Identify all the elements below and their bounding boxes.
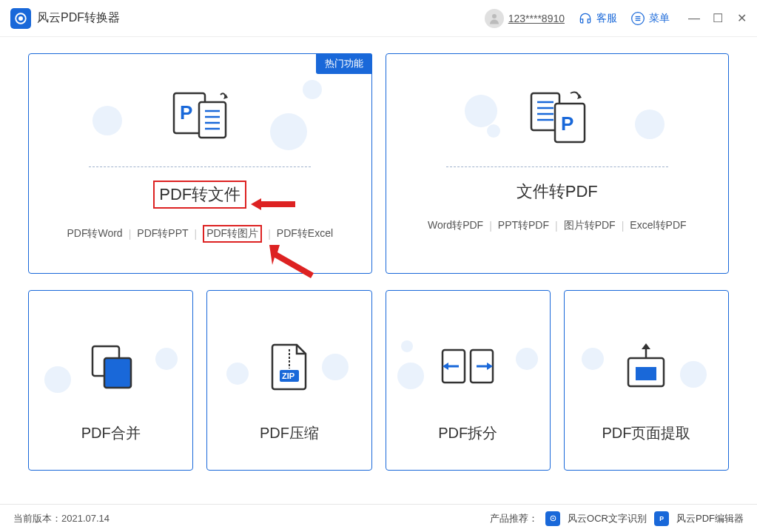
svg-text:P: P [180, 101, 192, 124]
ocr-product-icon[interactable] [545, 511, 560, 526]
menu-button[interactable]: 菜单 [630, 11, 670, 26]
user-avatar-icon[interactable] [485, 9, 504, 28]
card-pdf-merge[interactable]: PDF合并 [28, 290, 193, 471]
card-pdf-compress[interactable]: ZIP PDF压缩 [206, 290, 371, 471]
svg-text:P: P [659, 515, 664, 522]
main-content: 热门功能 P PDF转文件 PDF转Word [0, 37, 757, 496]
close-button[interactable]: ✕ [736, 13, 747, 24]
hot-badge: 热门功能 [316, 53, 372, 74]
footer: 当前版本： 2021.07.14 产品推荐： 风云OCR文字识别 P 风云PDF… [0, 504, 757, 532]
sub-options-file-to-pdf: Word转PDF | PPT转PDF | 图片转PDF | Excel转PDF [428, 219, 687, 232]
recommend-label: 产品推荐： [490, 512, 538, 525]
sub-excel-to-pdf[interactable]: Excel转PDF [630, 219, 686, 232]
menu-label: 菜单 [649, 12, 670, 25]
svg-rect-37 [636, 367, 656, 380]
editor-product-icon[interactable]: P [654, 511, 669, 526]
card-title-file-to-pdf: 文件转PDF [517, 181, 598, 203]
ocr-product-link[interactable]: 风云OCR文字识别 [568, 512, 647, 525]
sub-pdf-to-word[interactable]: PDF转Word [67, 227, 122, 240]
version-value: 2021.07.14 [61, 513, 110, 524]
split-icon [438, 340, 497, 392]
compress-icon: ZIP [267, 340, 312, 392]
svg-rect-26 [104, 358, 131, 388]
annotation-arrow-icon [251, 196, 295, 215]
titlebar: 风云PDF转换器 123****8910 客服 菜单 — ☐ ✕ [0, 0, 757, 37]
svg-point-2 [492, 14, 497, 18]
card-file-to-pdf[interactable]: P 文件转PDF Word转PDF | PPT转PDF | 图片转PDF | E… [386, 53, 730, 274]
card-title-compress: PDF压缩 [260, 423, 319, 443]
svg-text:ZIP: ZIP [282, 371, 295, 380]
sub-pdf-to-ppt[interactable]: PDF转PPT [137, 227, 188, 240]
divider [89, 166, 311, 167]
extract-icon [622, 340, 670, 392]
sub-word-to-pdf[interactable]: Word转PDF [428, 219, 483, 232]
svg-point-41 [552, 517, 554, 519]
sub-pdf-to-excel[interactable]: PDF转Excel [277, 227, 333, 240]
svg-marker-39 [642, 343, 650, 349]
maximize-button[interactable]: ☐ [713, 13, 723, 24]
svg-text:P: P [561, 112, 573, 135]
card-title-pdf-to-file: PDF转文件 [153, 181, 246, 209]
card-title-merge: PDF合并 [81, 423, 141, 443]
card-title-extract: PDF页面提取 [602, 423, 690, 443]
sub-pdf-to-image[interactable]: PDF转图片 [203, 225, 262, 243]
svg-marker-16 [269, 245, 314, 278]
minimize-button[interactable]: — [689, 13, 699, 24]
divider [446, 166, 668, 167]
svg-rect-10 [199, 102, 226, 138]
file-to-pdf-icon: P [524, 84, 591, 150]
editor-product-link[interactable]: 风云PDF编辑器 [676, 512, 744, 525]
pdf-to-file-icon: P [166, 84, 233, 150]
svg-marker-15 [251, 198, 295, 210]
annotation-arrow-icon [269, 245, 314, 281]
version-label: 当前版本： [13, 512, 61, 525]
merge-icon [85, 340, 137, 392]
support-label: 客服 [596, 12, 617, 25]
user-id-link[interactable]: 123****8910 [508, 13, 565, 24]
sub-ppt-to-pdf[interactable]: PPT转PDF [498, 219, 549, 232]
card-pdf-extract[interactable]: PDF页面提取 [564, 290, 729, 471]
sub-image-to-pdf[interactable]: 图片转PDF [564, 219, 616, 232]
app-title: 风云PDF转换器 [37, 10, 120, 26]
svg-point-1 [18, 16, 23, 21]
support-button[interactable]: 客服 [578, 11, 617, 26]
app-logo-icon [10, 8, 31, 29]
card-pdf-to-file[interactable]: 热门功能 P PDF转文件 PDF转Word [28, 53, 372, 274]
card-pdf-split[interactable]: PDF拆分 [386, 290, 551, 471]
sub-options-pdf-to-file: PDF转Word | PDF转PPT | PDF转图片 | PDF转Excel [67, 225, 333, 243]
card-title-split: PDF拆分 [438, 423, 497, 443]
